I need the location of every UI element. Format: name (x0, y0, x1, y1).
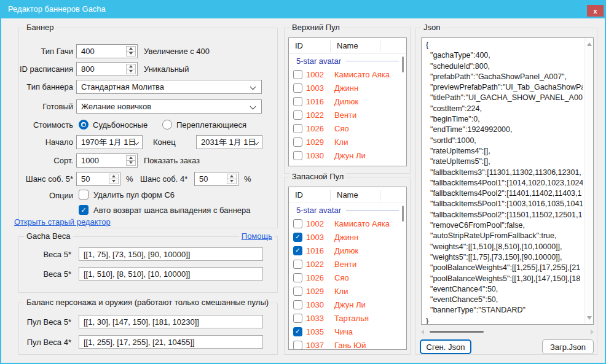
spin-down-icon[interactable] (227, 179, 236, 184)
banner-group-title: Баннер (24, 23, 57, 32)
title-bar[interactable]: Редактор баннеров Gacha x (0, 0, 606, 18)
spin-down-icon[interactable] (127, 52, 135, 56)
pool-row[interactable]: ✓ 1002 Камисато Аяка (289, 217, 406, 230)
reserve-pool-rows: ✓ 1002 Камисато Аяка ✓ 1003 Джинн ✓ 1016… (289, 217, 406, 350)
row-checkbox[interactable]: ✓ (293, 327, 302, 336)
row-name: Кли (334, 137, 406, 147)
preset-select[interactable]: Желание новичков (76, 99, 262, 114)
row-id: 1016 (306, 97, 334, 106)
end-date-picker[interactable]: 2031年 1月 1日 (196, 135, 262, 149)
row-checkbox[interactable]: ✓ (293, 260, 302, 269)
row-id: 1037 (306, 341, 334, 350)
row-checkbox[interactable]: ✓ (293, 341, 302, 350)
row-checkbox[interactable]: ✓ (293, 233, 302, 242)
sort-input[interactable]: 1000 (76, 153, 138, 168)
chance4-value: 50 (199, 172, 208, 185)
column-id: ID (289, 190, 331, 201)
sort-spinner[interactable] (126, 155, 136, 166)
spin-down-icon[interactable] (127, 69, 135, 74)
weights4-input[interactable]: [[1, 510], [8, 510], [10, 10000]] (79, 267, 263, 281)
chance5-spinner[interactable] (109, 174, 119, 184)
schedule-id-note: Уникальный (144, 62, 189, 76)
reserve-pool-list[interactable]: ID Name 5-star avatar ✓ 1002 Камисато Ая… (288, 187, 407, 350)
pool-row[interactable]: ✓ 1037 Гань Юй (289, 338, 406, 350)
chance4-label: Шанс соб. 4* (140, 172, 187, 186)
pool-row[interactable]: ✓ 1022 Венти (289, 108, 406, 122)
pool-row[interactable]: ✓ 1029 Кли (289, 135, 406, 149)
pool-row[interactable]: ✓ 1030 Джун Ли (289, 149, 406, 162)
row-checkbox[interactable]: ✓ (293, 137, 302, 147)
row-checkbox[interactable]: ✓ (293, 70, 302, 79)
load-json-button[interactable]: Загр.Json (542, 339, 594, 354)
gacha-type-input[interactable]: 400 (76, 44, 138, 58)
spin-up-icon[interactable] (127, 156, 135, 161)
banner-type-select[interactable]: Стандартная Молитва (76, 80, 262, 94)
row-checkbox[interactable]: ✓ (293, 124, 302, 133)
vertical-scrollbar[interactable] (584, 38, 593, 324)
row-checkbox[interactable]: ✓ (293, 273, 302, 282)
row-checkbox[interactable]: ✓ (293, 151, 302, 160)
row-checkbox[interactable]: ✓ (293, 97, 302, 106)
pool-row[interactable]: ✓ 1003 Джинн (289, 81, 406, 95)
open-old-editor-link[interactable]: Открыть старый редактор (14, 217, 111, 227)
auto-return-checkbox[interactable]: ✓ (79, 205, 89, 215)
pool-row[interactable]: ✓ 1016 Дилюк (289, 95, 406, 108)
row-checkbox[interactable]: ✓ (293, 110, 302, 120)
weights5-input[interactable]: [[1, 75], [73, 150], [90, 10000]] (79, 247, 263, 261)
chance5-suffix: % (126, 172, 133, 186)
row-checkbox[interactable]: ✓ (293, 83, 302, 93)
scroll-left-icon[interactable] (421, 330, 424, 335)
schedule-id-input[interactable]: 800 (76, 62, 138, 76)
row-name: Джинн (334, 233, 406, 242)
pool-row[interactable]: ✓ 1033 Тарталья (289, 311, 406, 325)
row-checkbox[interactable]: ✓ (293, 300, 302, 309)
begin-date-picker[interactable]: 1970年 1月 1日 (76, 135, 143, 149)
close-button[interactable]: x (587, 5, 604, 17)
hscroll-thumb[interactable] (430, 331, 484, 333)
row-checkbox[interactable]: ✓ (293, 287, 302, 296)
spin-down-icon[interactable] (109, 179, 118, 184)
row-checkbox[interactable]: ✓ (293, 246, 302, 255)
help-link[interactable]: Помощь (242, 231, 272, 241)
cost-radio-fate[interactable] (79, 120, 89, 130)
row-checkbox[interactable]: ✓ (293, 314, 302, 323)
pool-row[interactable]: ✓ 1003 Джинн (289, 230, 406, 244)
pool-row[interactable]: ✓ 1035 Чича (289, 325, 406, 338)
spin-up-icon[interactable] (109, 174, 118, 179)
pool-row[interactable]: ✓ 1029 Кли (289, 284, 406, 298)
pool-row[interactable]: ✓ 1026 Сяо (289, 271, 406, 284)
scrollbar-thumb[interactable] (402, 206, 404, 222)
row-name: Гань Юй (334, 341, 406, 350)
schedule-id-spinner[interactable] (126, 64, 136, 74)
cost-radio-intertwined[interactable] (162, 120, 172, 130)
generate-json-button[interactable]: Сген. Json (420, 339, 471, 354)
spin-up-icon[interactable] (127, 64, 135, 69)
scroll-right-icon[interactable] (591, 330, 594, 335)
pool-row[interactable]: ✓ 1026 Сяо (289, 122, 406, 135)
spin-up-icon[interactable] (227, 174, 236, 179)
pool-row[interactable]: ✓ 1030 Джун Ли (289, 298, 406, 311)
chance4-spinner[interactable] (227, 174, 237, 184)
pool-weights5-input[interactable]: [[1, 30], [147, 150], [181, 10230]] (79, 315, 263, 328)
pool-row[interactable]: ✓ 1002 Камисато Аяка (289, 68, 406, 81)
pool-row[interactable]: ✓ 1016 Дилюк (289, 244, 406, 257)
pool-weights4-input[interactable]: [[1, 255], [17, 255], [21, 10455]] (79, 335, 263, 349)
row-checkbox[interactable]: ✓ (293, 219, 302, 228)
separator-line (346, 61, 399, 61)
spin-down-icon[interactable] (127, 161, 135, 166)
pool-row[interactable]: ✓ 1022 Венти (289, 257, 406, 271)
chance5-input[interactable]: 50 (76, 172, 120, 186)
chevron-down-icon (250, 104, 256, 110)
gacha-type-label: Тип Гачи (19, 44, 73, 58)
rarity-separator: 5-star avatar (289, 203, 406, 217)
chance4-input[interactable]: 50 (194, 172, 238, 186)
scroll-down-icon[interactable] (587, 316, 592, 320)
spin-up-icon[interactable] (127, 47, 135, 52)
gacha-type-spinner[interactable] (126, 46, 136, 56)
remove-c6-checkbox[interactable]: ✓ (79, 190, 89, 199)
scrollbar-thumb[interactable] (402, 56, 404, 72)
upper-pool-list[interactable]: ID Name 5-star avatar ✓ 1002 Камисато Ая… (288, 37, 407, 166)
horizontal-scrollbar[interactable] (421, 328, 594, 336)
json-textarea[interactable]: { "gachaType":400, "scheduleId":800, "pr… (421, 37, 594, 325)
scroll-up-icon[interactable] (587, 42, 592, 46)
